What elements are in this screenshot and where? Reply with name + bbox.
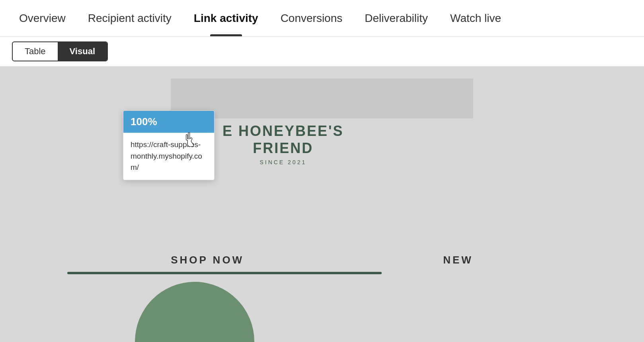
- shop-now-label: SHOP NOW: [171, 254, 244, 266]
- tab-watch-live[interactable]: Watch live: [439, 0, 512, 36]
- brand-line1: E HONEYBEE'S: [222, 122, 344, 140]
- main-content: 100% https://craft-supplies-monthly.mysh…: [0, 67, 644, 342]
- tooltip-percent: 100%: [131, 116, 157, 128]
- tooltip-header: 100%: [123, 111, 214, 133]
- tab-recipient-activity[interactable]: Recipient activity: [77, 0, 183, 36]
- brand-line2: FRIEND: [222, 140, 344, 157]
- green-underline-bar: [67, 272, 382, 274]
- tooltip-url: https://craft-supplies-monthly.myshopify…: [123, 133, 214, 180]
- view-toggle: Table Visual: [12, 41, 108, 61]
- table-view-button[interactable]: Table: [13, 42, 58, 61]
- visual-view-button[interactable]: Visual: [58, 42, 107, 61]
- top-navigation: Overview Recipient activity Link activit…: [0, 0, 644, 37]
- tab-link-activity[interactable]: Link activity: [183, 0, 269, 36]
- shop-section: SHOP NOW NEW: [16, 254, 628, 266]
- new-label: NEW: [443, 254, 473, 266]
- link-tooltip: 100% https://craft-supplies-monthly.mysh…: [123, 110, 215, 180]
- tab-conversions[interactable]: Conversions: [269, 0, 354, 36]
- circular-image: [135, 282, 254, 342]
- email-preview: 100% https://craft-supplies-monthly.mysh…: [16, 79, 628, 334]
- brand-since: SINCE 2021: [222, 159, 344, 165]
- tab-overview[interactable]: Overview: [8, 0, 77, 36]
- email-header-strip: [171, 79, 473, 118]
- brand-section: E HONEYBEE'S FRIEND SINCE 2021: [222, 122, 344, 165]
- sub-toolbar: Table Visual: [0, 37, 644, 67]
- tab-deliverability[interactable]: Deliverability: [353, 0, 439, 36]
